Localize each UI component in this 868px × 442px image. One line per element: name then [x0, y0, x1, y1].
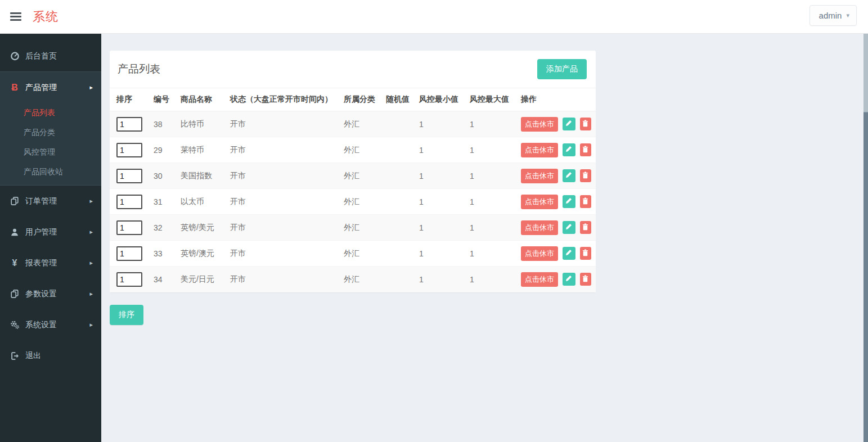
- name-cell: 英镑/美元: [176, 215, 226, 241]
- sidebar-item-order-management[interactable]: 订单管理 ▸: [0, 186, 101, 217]
- sort-cell: [110, 137, 149, 163]
- sidebar-item-parameter-settings[interactable]: 参数设置 ▸: [0, 278, 101, 309]
- risk-min-cell: 1: [415, 215, 465, 241]
- chevron-right-icon: ▸: [89, 197, 93, 205]
- close-market-button[interactable]: 点击休市: [521, 272, 558, 287]
- close-market-button[interactable]: 点击休市: [521, 169, 558, 183]
- close-market-button[interactable]: 点击休市: [521, 117, 558, 132]
- close-market-button[interactable]: 点击休市: [521, 195, 558, 209]
- scrollbar-thumb[interactable]: [863, 31, 868, 112]
- edit-button[interactable]: [563, 195, 575, 208]
- sort-input[interactable]: [116, 272, 142, 287]
- sidebar-item-logout[interactable]: 退出: [0, 340, 101, 371]
- chevron-right-icon: ▸: [89, 228, 93, 236]
- user-name: admin: [819, 11, 842, 20]
- sort-cell: [110, 111, 149, 137]
- table-row: 30 美国指数 开市 外汇 1 1 点击休市: [110, 163, 596, 189]
- delete-button[interactable]: [580, 273, 591, 286]
- add-product-button[interactable]: 添加产品: [537, 59, 587, 79]
- sidebar-item-label: 退出: [25, 351, 93, 361]
- edit-button[interactable]: [563, 169, 575, 182]
- table-row: 32 英镑/美元 开市 外汇 1 1 点击休市: [110, 215, 596, 241]
- trash-icon: [582, 146, 588, 155]
- sidebar-item-label: 系统设置: [25, 320, 89, 330]
- table-row: 33 英镑/澳元 开市 外汇 1 1 点击休市: [110, 241, 596, 267]
- edit-button[interactable]: [563, 143, 575, 156]
- sidebar-item-risk-management[interactable]: 风控管理: [0, 142, 101, 162]
- trash-icon: [582, 120, 588, 129]
- id-cell: 30: [149, 163, 176, 189]
- sidebar-item-user-management[interactable]: 用户管理 ▸: [0, 217, 101, 247]
- risk-min-cell: 1: [415, 111, 465, 137]
- sidebar-item-report-management[interactable]: ¥ 报表管理 ▸: [0, 247, 101, 278]
- pencil-icon: [565, 172, 572, 180]
- content-area: 产品列表 添加产品 排序 编号 商品名称 状态（大盘正常开市时间内） 所属分类 …: [101, 34, 863, 442]
- sort-cell: [110, 241, 149, 267]
- name-cell: 美国指数: [176, 163, 226, 189]
- sort-input[interactable]: [116, 220, 142, 235]
- card-header: 产品列表 添加产品: [110, 51, 596, 88]
- actions-cell: 点击休市: [516, 111, 596, 137]
- gears-icon: [8, 320, 21, 330]
- sort-input[interactable]: [116, 246, 142, 261]
- status-cell: 开市: [226, 241, 339, 267]
- sidebar-item-label: 后台首页: [25, 51, 93, 61]
- sidebar-item-product-management[interactable]: Ƀ 产品管理 ▸: [0, 72, 101, 103]
- sidebar-item-product-recycle-bin[interactable]: 产品回收站: [0, 162, 101, 182]
- sort-input[interactable]: [116, 169, 142, 183]
- risk-max-cell: 1: [465, 137, 516, 163]
- delete-button[interactable]: [580, 221, 591, 234]
- edit-button[interactable]: [563, 247, 575, 260]
- risk-max-cell: 1: [465, 267, 516, 292]
- actions-cell: 点击休市: [516, 163, 596, 189]
- app-title: 系统: [33, 8, 59, 25]
- sidebar-item-system-settings[interactable]: 系统设置 ▸: [0, 309, 101, 340]
- chevron-right-icon: ▸: [89, 259, 93, 267]
- delete-button[interactable]: [580, 195, 591, 208]
- delete-button[interactable]: [580, 143, 591, 156]
- sort-input[interactable]: [116, 117, 142, 132]
- dashboard-icon: [8, 51, 21, 61]
- sort-cell: [110, 163, 149, 189]
- pencil-icon: [565, 146, 572, 154]
- category-cell: 外汇: [339, 111, 381, 137]
- id-cell: 32: [149, 215, 176, 241]
- status-cell: 开市: [226, 189, 339, 215]
- id-cell: 33: [149, 241, 176, 267]
- sidebar-toggle-button[interactable]: [5, 7, 27, 27]
- sidebar-item-product-category[interactable]: 产品分类: [0, 123, 101, 142]
- sort-input[interactable]: [116, 143, 142, 157]
- sort-input[interactable]: [116, 195, 142, 209]
- edit-button[interactable]: [563, 118, 575, 130]
- sidebar-item-product-list[interactable]: 产品列表: [0, 103, 101, 123]
- scrollbar[interactable]: [863, 0, 868, 442]
- sidebar-item-dashboard[interactable]: 后台首页: [0, 40, 101, 71]
- id-cell: 38: [149, 111, 176, 137]
- risk-min-cell: 1: [415, 163, 465, 189]
- risk-max-cell: 1: [465, 163, 516, 189]
- edit-button[interactable]: [563, 273, 575, 286]
- actions-cell: 点击休市: [516, 241, 596, 267]
- close-market-button[interactable]: 点击休市: [521, 246, 558, 261]
- trash-icon: [582, 249, 588, 258]
- delete-button[interactable]: [580, 247, 591, 260]
- col-header-actions: 操作: [516, 88, 596, 111]
- sort-cell: [110, 267, 149, 292]
- user-dropdown[interactable]: admin ▾: [809, 5, 857, 26]
- sort-button[interactable]: 排序: [110, 305, 143, 325]
- trash-icon: [582, 172, 588, 181]
- delete-button[interactable]: [580, 169, 591, 182]
- sort-cell: [110, 215, 149, 241]
- files-icon: [8, 289, 21, 299]
- pencil-icon: [565, 223, 572, 232]
- close-market-button[interactable]: 点击休市: [521, 143, 558, 157]
- edit-button[interactable]: [563, 221, 575, 234]
- random-cell: [381, 163, 415, 189]
- delete-button[interactable]: [580, 118, 591, 130]
- sort-cell: [110, 189, 149, 215]
- page-title: 产品列表: [118, 62, 160, 76]
- close-market-button[interactable]: 点击休市: [521, 220, 558, 235]
- trash-icon: [582, 275, 588, 284]
- bitcoin-icon: Ƀ: [8, 83, 21, 93]
- actions-cell: 点击休市: [516, 215, 596, 241]
